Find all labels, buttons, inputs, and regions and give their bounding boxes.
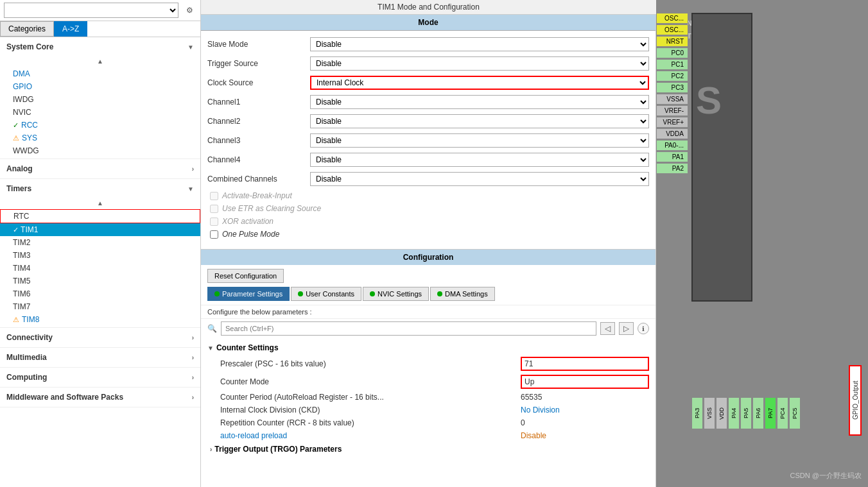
chip-pins-bottom: PA3 VSS VDD PA4 PA5 PA6 PA7 PC4 PC5 — [691, 397, 801, 429]
pin-osc-in[interactable]: OSC... — [656, 13, 688, 24]
combined-channels-row: Combined Channels Disable — [207, 172, 649, 186]
sidebar-item-tim2[interactable]: TIM2 — [0, 236, 200, 249]
trigger-source-label: Trigger Source — [207, 59, 310, 68]
sidebar-item-tim4[interactable]: TIM4 — [0, 262, 200, 275]
trigger-source-select[interactable]: Disable — [310, 56, 649, 71]
channel1-select[interactable]: Disable — [310, 95, 649, 109]
search-next-button[interactable]: ▷ — [619, 322, 634, 335]
pin-pa4-bottom[interactable]: PA4 — [728, 397, 740, 429]
chip-body: S — [691, 13, 752, 302]
pin-osc-out[interactable]: OSC... — [656, 24, 688, 35]
pin-pa2[interactable]: PA2 — [656, 163, 688, 174]
channel2-label: Channel2 — [207, 117, 310, 126]
sidebar-dropdown[interactable] — [4, 3, 178, 18]
section-middleware-header[interactable]: Middleware and Software Packs › — [0, 388, 200, 407]
clock-source-row: Clock Source Internal Clock — [207, 76, 649, 90]
tab-dma-settings[interactable]: DMA Settings — [430, 287, 495, 301]
counter-mode-label: Counter Mode — [220, 377, 521, 386]
tab-parameter-settings[interactable]: Parameter Settings — [207, 287, 290, 301]
use-etr-checkbox[interactable] — [210, 205, 218, 213]
clock-source-select[interactable]: Internal Clock — [310, 76, 649, 90]
gear-icon[interactable]: ⚙ — [182, 3, 196, 17]
channel4-select[interactable]: Disable — [310, 153, 649, 167]
pin-pa6-bottom[interactable]: PA6 — [752, 397, 764, 429]
pin-pa0[interactable]: PA0-... — [656, 140, 688, 151]
sidebar-item-iwdg[interactable]: IWDG — [0, 93, 200, 106]
pin-pa5-bottom[interactable]: PA5 — [740, 397, 752, 429]
pin-pa7-bottom[interactable]: PA7 — [765, 397, 776, 429]
search-input[interactable] — [221, 321, 596, 336]
trigger-output-group[interactable]: › Trigger Output (TRGO) Parameters — [207, 442, 649, 456]
sidebar-item-wwdg[interactable]: WWDG — [0, 144, 200, 157]
pin-vref-[interactable]: VREF- — [656, 105, 688, 116]
pin-pc0[interactable]: PC0 — [656, 47, 688, 58]
section-multimedia: Multimedia › — [0, 348, 200, 368]
sidebar-item-dma[interactable]: DMA — [0, 67, 200, 80]
slave-mode-row: Slave Mode Disable — [207, 37, 649, 51]
section-timers-header[interactable]: Timers ▼ — [0, 179, 200, 198]
info-icon[interactable]: ℹ — [638, 323, 649, 334]
scroll-up-icon[interactable]: ▲ — [97, 58, 103, 65]
expand-icon: › — [210, 446, 212, 453]
pin-vss-bottom[interactable]: VSS — [704, 397, 715, 429]
section-connectivity-label: Connectivity — [6, 333, 53, 342]
pin-vdda[interactable]: VDDA — [656, 128, 688, 139]
sidebar-tabs: Categories A->Z — [0, 21, 200, 37]
pin-pc1[interactable]: PC1 — [656, 59, 688, 70]
pin-pc5-bottom[interactable]: PC5 — [789, 397, 801, 429]
pin-vssa[interactable]: VSSA — [656, 94, 688, 105]
prescaler-row: Prescaler (PSC - 16 bits value) 71 — [207, 355, 649, 373]
one-pulse-checkbox[interactable] — [210, 230, 218, 239]
chevron-down-icon-2: ▼ — [187, 185, 194, 192]
main-content: TIM1 Mode and Configuration — □ Mode Sla… — [201, 0, 656, 487]
scroll-up-icon-2[interactable]: ▲ — [97, 200, 103, 207]
activate-break-label: Activate-Break-Input — [222, 191, 292, 200]
sidebar-item-tim1[interactable]: ✓ TIM1 — [0, 223, 200, 236]
pin-nrst[interactable]: NRST — [656, 36, 688, 47]
collapse-icon: ▼ — [207, 345, 214, 352]
sidebar-item-tim8[interactable]: ⚠ TIM8 — [0, 313, 200, 326]
channel3-select[interactable]: Disable — [310, 133, 649, 148]
tab-nvic-settings[interactable]: NVIC Settings — [363, 287, 429, 301]
sidebar-item-gpio[interactable]: GPIO — [0, 80, 200, 93]
pin-pa1[interactable]: PA1 — [656, 151, 688, 162]
sidebar-item-rtc[interactable]: RTC — [0, 209, 200, 223]
pin-pc3[interactable]: PC3 — [656, 82, 688, 93]
warning-icon: ⚠ — [13, 134, 19, 142]
sidebar-item-tim5[interactable]: TIM5 — [0, 275, 200, 287]
slave-mode-select[interactable]: Disable — [310, 37, 649, 51]
sidebar-item-nvic[interactable]: NVIC — [0, 106, 200, 119]
section-computing-header[interactable]: Computing › — [0, 368, 200, 387]
activate-break-checkbox[interactable] — [210, 192, 218, 200]
xor-activation-checkbox[interactable] — [210, 218, 218, 226]
search-prev-button[interactable]: ◁ — [600, 322, 615, 335]
sidebar-item-sys[interactable]: ⚠ SYS — [0, 132, 200, 144]
sidebar-item-tim6[interactable]: TIM6 — [0, 287, 200, 300]
config-toolbar: Reset Configuration — [201, 265, 655, 287]
sidebar-item-tim7[interactable]: TIM7 — [0, 300, 200, 313]
pin-pc4-bottom[interactable]: PC4 — [777, 397, 788, 429]
channel1-label: Channel1 — [207, 98, 310, 107]
section-connectivity: Connectivity › — [0, 328, 200, 348]
channel2-select[interactable]: Disable — [310, 114, 649, 128]
section-connectivity-header[interactable]: Connectivity › — [0, 328, 200, 347]
channel4-label: Channel4 — [207, 155, 310, 164]
section-system-core-header[interactable]: System Core ▼ — [0, 37, 200, 56]
pin-vref+[interactable]: VREF+ — [656, 117, 688, 128]
tab-user-constants[interactable]: User Constants — [291, 287, 361, 301]
sidebar-item-tim3[interactable]: TIM3 — [0, 249, 200, 262]
section-system-core: System Core ▼ ▲ DMA GPIO IWDG NVIC ✓ RCC… — [0, 37, 200, 159]
counter-settings-group[interactable]: ▼ Counter Settings — [207, 341, 649, 355]
pin-pc2[interactable]: PC2 — [656, 71, 688, 81]
tab-az[interactable]: A->Z — [54, 21, 87, 37]
pin-vdd-bottom[interactable]: VDD — [716, 397, 727, 429]
clock-source-label: Clock Source — [207, 78, 310, 87]
section-multimedia-header[interactable]: Multimedia › — [0, 348, 200, 367]
section-analog-header[interactable]: Analog › — [0, 159, 200, 178]
tab-categories[interactable]: Categories — [0, 21, 54, 37]
sidebar-item-rcc[interactable]: ✓ RCC — [0, 119, 200, 132]
combined-channels-select[interactable]: Disable — [310, 172, 649, 186]
chip-pins-left: OSC... OSC... NRST PC0 PC1 PC2 PC3 VSSA … — [656, 13, 688, 174]
pin-pa3-bottom[interactable]: PA3 — [691, 397, 703, 429]
reset-configuration-button[interactable]: Reset Configuration — [207, 269, 284, 283]
